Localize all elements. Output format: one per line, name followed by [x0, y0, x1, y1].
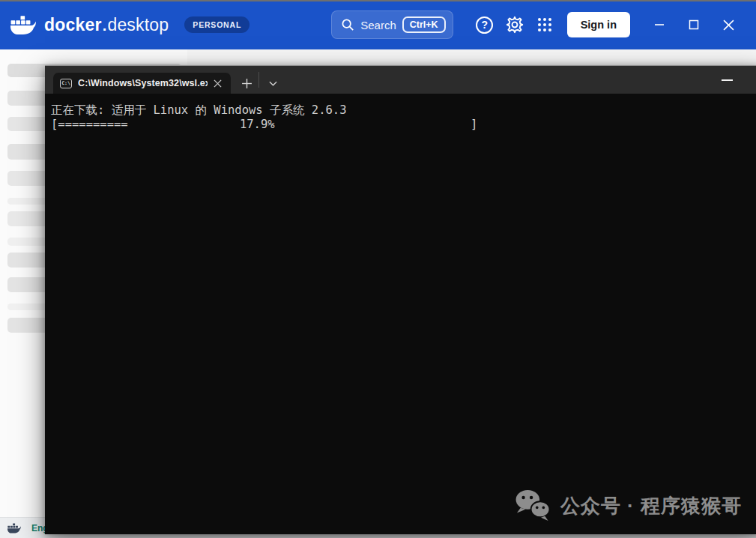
- close-button[interactable]: [711, 10, 746, 40]
- terminal-tab-wsl[interactable]: C:\ C:\Windows\System32\wsl.exe: [53, 73, 231, 94]
- terminal-output-lines: 正在下载: 适用于 Linux 的 Windows 子系统 2.6.3[====…: [51, 103, 756, 132]
- minimize-icon: [722, 79, 733, 82]
- search-input[interactable]: Search Ctrl+K: [331, 10, 453, 39]
- tabbar-divider: [258, 72, 259, 88]
- apps-grid-button[interactable]: [530, 10, 560, 40]
- maximize-button[interactable]: [677, 10, 711, 40]
- minimize-icon: [654, 19, 665, 30]
- plus-icon: [241, 78, 252, 89]
- brand-wordmark: docker . desktop: [44, 15, 169, 35]
- gear-icon: [505, 15, 524, 34]
- maximize-icon: [689, 19, 699, 30]
- chevron-down-icon: [269, 81, 277, 86]
- docker-desktop-header: docker . desktop PERSONAL Search Ctrl+K …: [0, 0, 756, 49]
- watermark-text: 公众号 · 程序猿猴哥: [560, 493, 742, 519]
- help-icon: ?: [476, 16, 493, 34]
- docker-whale-icon: [10, 15, 37, 35]
- search-placeholder: Search: [360, 19, 396, 31]
- terminal-minimize-button[interactable]: [712, 69, 742, 91]
- help-button[interactable]: ?: [470, 10, 500, 40]
- search-shortcut-badge: Ctrl+K: [402, 16, 446, 33]
- cmd-prompt-icon: C:\: [60, 79, 72, 88]
- terminal-output-line: [========== 17.9% ]: [51, 118, 756, 132]
- plan-badge: PERSONAL: [184, 16, 250, 33]
- terminal-output-line: 正在下载: 适用于 Linux 的 Windows 子系统 2.6.3: [51, 103, 756, 118]
- docker-logo: docker . desktop PERSONAL: [10, 15, 250, 35]
- brand-desktop: desktop: [107, 15, 169, 35]
- wechat-icon: [515, 489, 551, 522]
- terminal-tab-bar: C:\ C:\Windows\System32\wsl.exe: [45, 66, 756, 94]
- wsl-terminal-window: C:\ C:\Windows\System32\wsl.exe: [45, 65, 756, 534]
- settings-button[interactable]: [500, 10, 530, 40]
- engine-whale-icon: [7, 523, 22, 534]
- new-tab-button[interactable]: [236, 73, 257, 94]
- grid-dots-icon: [537, 17, 552, 32]
- tab-dropdown-button[interactable]: [263, 73, 282, 94]
- window-controls: [642, 10, 746, 40]
- close-icon: [214, 79, 222, 88]
- terminal-output[interactable]: 正在下载: 适用于 Linux 的 Windows 子系统 2.6.3[====…: [45, 94, 756, 534]
- brand-docker: docker: [44, 15, 102, 35]
- brand-dot: .: [103, 17, 107, 34]
- close-icon: [723, 19, 734, 31]
- minimize-button[interactable]: [642, 10, 677, 40]
- terminal-tab-title: C:\Windows\System32\wsl.exe: [78, 78, 208, 88]
- sign-in-button[interactable]: Sign in: [567, 12, 630, 37]
- tab-close-button[interactable]: [211, 76, 224, 90]
- watermark: 公众号 · 程序猿猴哥: [515, 489, 742, 522]
- search-icon: [341, 18, 354, 31]
